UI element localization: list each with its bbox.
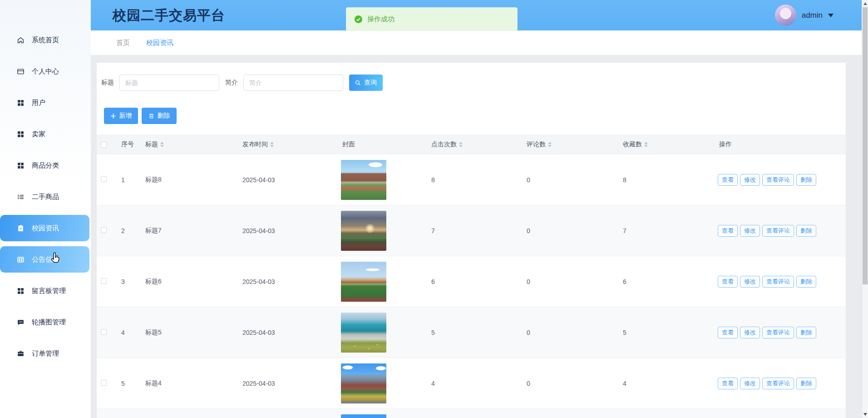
- row-checkbox[interactable]: [101, 278, 107, 284]
- sidebar-item-message-board[interactable]: 留言板管理: [0, 278, 89, 304]
- delete-row-button[interactable]: 删除: [796, 225, 816, 237]
- add-button[interactable]: 新增: [104, 108, 138, 124]
- table-toolbar: 新增 删除: [104, 108, 177, 124]
- sidebar-item-label: 商品分类: [32, 161, 59, 170]
- table-row: 5 标题4 2025-04-03 4 0 4 查看 修改 查看评论 删除: [97, 358, 846, 409]
- cell-comments: 0: [525, 380, 621, 387]
- cell-favorites: 4: [621, 380, 718, 387]
- sidebar-item-label: 轮播图管理: [32, 318, 66, 327]
- cell-comments: 0: [525, 278, 621, 285]
- sidebar-item-announcements[interactable]: 公告信息: [0, 246, 89, 273]
- table-row: 3 标题6 2025-04-03 6 0 6 查看 修改 查看评论 删除: [97, 256, 846, 307]
- delete-row-button[interactable]: 删除: [796, 327, 816, 338]
- view-button[interactable]: 查看: [718, 174, 738, 186]
- search-icon: [355, 80, 361, 86]
- delete-button-label: 删除: [158, 112, 170, 120]
- id-card-icon: [17, 68, 25, 75]
- view-comments-button[interactable]: 查看评论: [762, 378, 794, 389]
- content-card: 标题 简介 查询 新增 删除 序号 标题 发布时间 封面 点击次数 评论数 收藏…: [97, 63, 846, 418]
- username-label: admin: [802, 11, 823, 20]
- edit-button[interactable]: 修改: [740, 174, 760, 186]
- view-comments-button[interactable]: 查看评论: [762, 327, 794, 338]
- row-checkbox[interactable]: [101, 227, 107, 233]
- view-button[interactable]: 查看: [718, 225, 738, 237]
- column-header-clicks: 点击次数: [431, 140, 457, 149]
- scroll-up-arrow-icon[interactable]: [863, 2, 867, 5]
- cell-comments: 0: [525, 176, 621, 184]
- row-checkbox[interactable]: [101, 380, 107, 386]
- add-button-label: 新增: [119, 112, 132, 120]
- edit-button[interactable]: 修改: [740, 276, 760, 288]
- clipboard-icon: [17, 224, 25, 232]
- sidebar-item-carousel-management[interactable]: 轮播图管理: [0, 309, 89, 335]
- user-menu[interactable]: admin: [775, 0, 833, 30]
- delete-row-button[interactable]: 删除: [796, 378, 816, 389]
- view-button[interactable]: 查看: [718, 327, 738, 338]
- sidebar-item-secondhand-goods[interactable]: 二手商品: [0, 184, 89, 210]
- vertical-scrollbar[interactable]: [862, 0, 868, 418]
- sidebar-item-sellers[interactable]: 卖家: [0, 121, 89, 147]
- sidebar: 系统首页 个人中心 用户 卖家 商品分类 二手商品 校园资讯 公告信息 留言板管…: [0, 0, 91, 418]
- scroll-down-arrow-icon[interactable]: [863, 413, 867, 416]
- sidebar-item-personal-center[interactable]: 个人中心: [0, 58, 89, 85]
- sidebar-item-label: 二手商品: [32, 193, 59, 201]
- sort-toggle[interactable]: [459, 142, 463, 147]
- cover-image: [341, 313, 386, 353]
- row-checkbox[interactable]: [101, 176, 107, 182]
- chat-bubble-icon: [17, 318, 25, 326]
- user-avatar[interactable]: [775, 5, 796, 26]
- sidebar-item-users[interactable]: 用户: [0, 90, 89, 116]
- sidebar-item-campus-news[interactable]: 校园资讯: [0, 215, 89, 241]
- chevron-down-icon[interactable]: [828, 14, 833, 17]
- cell-index: 4: [117, 329, 144, 336]
- column-header-index: 序号: [117, 140, 144, 149]
- row-checkbox[interactable]: [101, 329, 107, 335]
- home-icon: [17, 36, 25, 44]
- cover-image: [341, 262, 386, 302]
- delete-row-button[interactable]: 删除: [796, 174, 816, 186]
- sidebar-item-label: 系统首页: [32, 36, 59, 45]
- plus-icon: [110, 113, 116, 119]
- cell-date: 2025-04-03: [241, 176, 341, 184]
- cell-favorites: 7: [621, 227, 718, 234]
- delete-button[interactable]: 删除: [142, 108, 177, 124]
- toast-message: 操作成功: [367, 15, 395, 24]
- view-button[interactable]: 查看: [718, 276, 738, 288]
- sort-toggle[interactable]: [160, 142, 164, 147]
- cell-favorites: 8: [621, 176, 718, 184]
- page-title: 校园二手交易平台: [113, 6, 225, 25]
- sidebar-item-order-management[interactable]: 订单管理: [0, 340, 89, 367]
- cover-image: [341, 363, 386, 403]
- intro-field-label: 简介: [225, 79, 238, 87]
- success-toast: 操作成功: [346, 7, 518, 31]
- cell-clicks: 6: [430, 278, 525, 285]
- edit-button[interactable]: 修改: [740, 327, 760, 338]
- tab-campus-news[interactable]: 校园资讯: [146, 39, 173, 47]
- query-button[interactable]: 查询: [349, 75, 383, 91]
- scrollbar-thumb[interactable]: [863, 7, 868, 284]
- edit-button[interactable]: 修改: [740, 378, 760, 389]
- sidebar-item-product-category[interactable]: 商品分类: [0, 152, 89, 179]
- cell-title: 标题8: [144, 176, 241, 184]
- cell-title: 标题5: [144, 328, 241, 337]
- select-all-checkbox[interactable]: [101, 142, 107, 148]
- view-comments-button[interactable]: 查看评论: [762, 225, 794, 237]
- sort-toggle[interactable]: [548, 142, 552, 147]
- sidebar-item-label: 卖家: [32, 130, 45, 139]
- sort-toggle[interactable]: [270, 142, 274, 147]
- title-search-input[interactable]: [119, 75, 219, 91]
- cell-date: 2025-04-03: [241, 380, 341, 387]
- intro-search-input[interactable]: [243, 75, 343, 91]
- view-button[interactable]: 查看: [718, 378, 738, 389]
- tab-home[interactable]: 首页: [116, 39, 130, 47]
- delete-row-button[interactable]: 删除: [796, 276, 816, 288]
- edit-button[interactable]: 修改: [740, 225, 760, 237]
- query-button-label: 查询: [364, 79, 377, 87]
- cell-clicks: 7: [430, 227, 525, 234]
- cell-clicks: 5: [430, 329, 525, 336]
- trash-icon: [148, 113, 154, 119]
- view-comments-button[interactable]: 查看评论: [762, 174, 794, 186]
- view-comments-button[interactable]: 查看评论: [762, 276, 794, 288]
- sort-toggle[interactable]: [644, 142, 648, 147]
- sidebar-item-system-home[interactable]: 系统首页: [0, 27, 89, 53]
